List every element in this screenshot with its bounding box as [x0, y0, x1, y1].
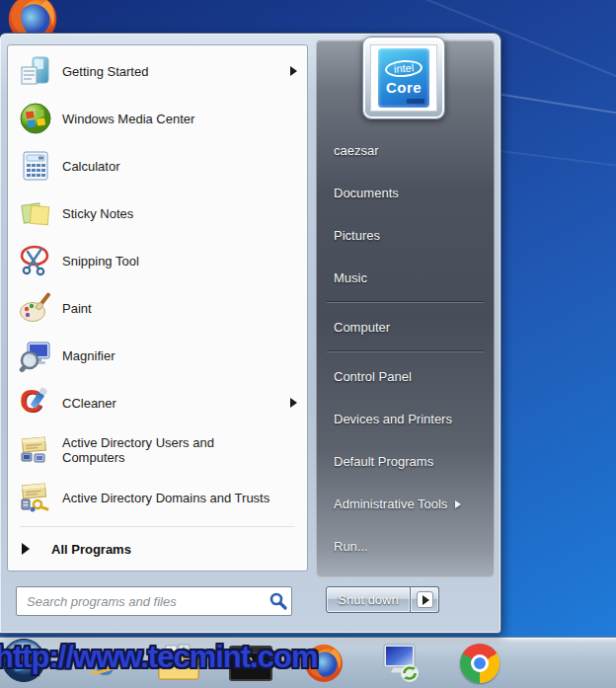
menu-item-label: Active Directory Domains and Trusts	[62, 491, 270, 505]
start-menu: Getting Started Windows Media Center	[0, 33, 501, 634]
shutdown-row: Shut down	[316, 582, 495, 622]
menu-item-label: CCleaner	[62, 396, 116, 411]
menu-item-label: Active Directory Users and Computers	[62, 435, 277, 465]
menu-item-snipping-tool[interactable]: Snipping Tool	[8, 237, 307, 284]
start-menu-program-list: Getting Started Windows Media Center	[7, 44, 308, 572]
ad-domains-icon	[18, 480, 53, 515]
menu-item-label: Pictures	[334, 228, 380, 243]
menu-item-pictures[interactable]: Pictures	[317, 214, 494, 257]
menu-item-documents[interactable]: Documents	[317, 172, 494, 214]
menu-item-sticky-notes[interactable]: Sticky Notes	[8, 190, 307, 237]
menu-item-label: Documents	[334, 186, 399, 200]
user-name-label: caezsar	[334, 143, 379, 158]
remote-desktop-taskbar-icon[interactable]	[379, 643, 423, 684]
menu-item-windows-media-center[interactable]: Windows Media Center	[8, 95, 307, 142]
menu-item-default-programs[interactable]: Default Programs	[317, 440, 494, 483]
avatar-card: intel Core	[370, 44, 437, 112]
calculator-icon	[18, 148, 53, 184]
menu-item-label: Devices and Printers	[334, 412, 452, 426]
menu-item-label: Sticky Notes	[62, 206, 133, 221]
paint-icon	[18, 290, 53, 326]
menu-item-ccleaner[interactable]: C CCleaner	[8, 379, 307, 426]
ad-users-icon	[18, 432, 53, 468]
submenu-arrow-icon	[290, 66, 297, 76]
menu-item-computer[interactable]: Computer	[317, 306, 494, 348]
menu-item-label: Snipping Tool	[62, 254, 139, 268]
intel-logo-text: intel	[384, 59, 423, 79]
shut-down-button[interactable]: Shut down	[326, 586, 411, 613]
menu-item-music[interactable]: Music	[317, 257, 494, 299]
menu-item-label: Default Programs	[334, 454, 433, 469]
menu-item-label: Music	[334, 270, 367, 285]
user-name-item[interactable]: caezsar	[317, 129, 494, 172]
menu-item-paint[interactable]: Paint	[8, 284, 307, 332]
menu-item-devices-printers[interactable]: Devices and Printers	[317, 398, 494, 440]
menu-item-magnifier[interactable]: Magnifier	[8, 332, 307, 379]
shut-down-options-button[interactable]	[411, 586, 439, 613]
menu-item-ad-domains-trusts[interactable]: Active Directory Domains and Trusts	[8, 474, 307, 521]
all-programs-button[interactable]: All Programs	[8, 531, 307, 567]
tecmint-watermark: http://www.tecmint.com	[0, 640, 317, 675]
snipping-tool-icon	[18, 243, 53, 278]
shutdown-arrow-pill	[417, 591, 433, 608]
menu-separator	[20, 526, 295, 527]
submenu-arrow-icon	[455, 500, 461, 508]
search-icon[interactable]	[268, 591, 291, 611]
all-programs-label: All Programs	[51, 542, 131, 557]
search-box[interactable]	[16, 586, 292, 616]
intel-core-badge: intel Core	[378, 48, 429, 108]
menu-item-control-panel[interactable]: Control Panel	[317, 355, 494, 398]
menu-separator	[327, 301, 484, 303]
all-programs-arrow-icon	[22, 543, 30, 555]
chrome-blue-center	[474, 657, 486, 669]
remote-desktop-icon	[379, 643, 423, 684]
menu-item-administrative-tools[interactable]: Administrative Tools	[317, 483, 494, 525]
menu-item-run[interactable]: Run...	[317, 525, 494, 568]
core-logo-text: Core	[386, 79, 422, 96]
user-avatar[interactable]: intel Core	[362, 37, 445, 119]
menu-item-label: Computer	[334, 320, 390, 335]
menu-item-ad-users-computers[interactable]: Active Directory Users and Computers	[8, 426, 307, 474]
shut-down-label: Shut down	[338, 592, 398, 607]
start-menu-places-panel: caezsar Documents Pictures Music Compute…	[316, 39, 495, 577]
search-input[interactable]	[17, 594, 268, 609]
search-strip	[7, 580, 308, 624]
shutdown-arrow-icon	[423, 595, 429, 605]
menu-item-label: Calculator	[62, 159, 120, 174]
media-center-icon	[18, 101, 53, 136]
menu-item-label: Windows Media Center	[62, 112, 194, 126]
magnifier-icon	[18, 338, 53, 373]
getting-started-icon	[18, 53, 53, 89]
badge-strip	[407, 99, 424, 104]
menu-item-getting-started[interactable]: Getting Started	[8, 47, 307, 95]
sticky-notes-icon	[18, 195, 53, 231]
menu-item-label: Paint	[62, 301, 92, 316]
menu-item-label: Control Panel	[334, 369, 412, 384]
submenu-arrow-icon	[290, 398, 297, 408]
menu-item-label: Run...	[334, 539, 368, 554]
chrome-taskbar-icon[interactable]	[458, 643, 501, 684]
chrome-icon	[460, 644, 500, 683]
menu-item-label: Administrative Tools	[334, 497, 447, 511]
menu-item-label: Getting Started	[62, 64, 148, 79]
menu-item-calculator[interactable]: Calculator	[8, 142, 307, 190]
ccleaner-icon: C	[18, 385, 53, 420]
menu-item-label: Magnifier	[62, 348, 115, 363]
windows7-desktop-screen: Getting Started Windows Media Center	[0, 0, 616, 688]
menu-separator	[327, 350, 484, 352]
